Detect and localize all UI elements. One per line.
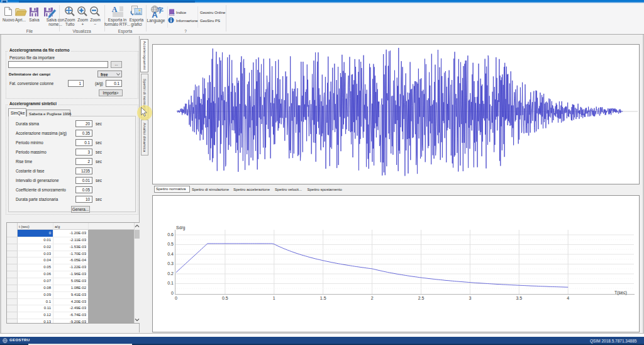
- svg-text:字: 字: [157, 6, 164, 14]
- svg-text:A: A: [112, 6, 118, 14]
